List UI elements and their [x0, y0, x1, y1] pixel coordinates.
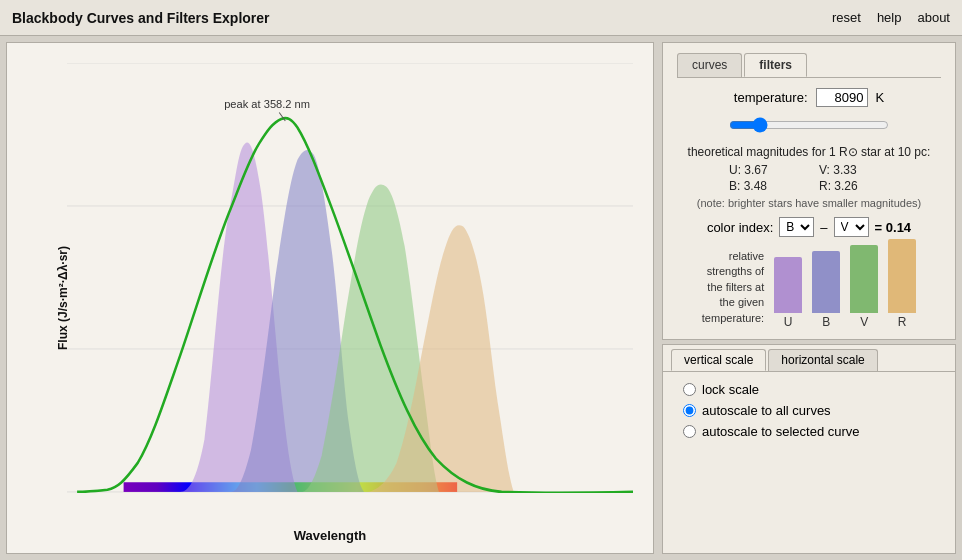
temperature-label: temperature: [734, 90, 808, 105]
scale-options: lock scale autoscale to all curves autos… [663, 372, 955, 449]
magnitudes-title: theoretical magnitudes for 1 R⊙ star at … [677, 145, 941, 159]
mag-U: U: 3.67 [729, 163, 799, 177]
bar-label-B: B [822, 315, 830, 329]
x-axis-label: Wavelength [294, 528, 366, 543]
scale-radio-lock[interactable] [683, 383, 696, 396]
magnitudes-grid: U: 3.67 V: 3.33 B: 3.48 R: 3.26 [729, 163, 889, 193]
scale-option-autoscale-selected[interactable]: autoscale to selected curve [683, 424, 935, 439]
scale-option-lock[interactable]: lock scale [683, 382, 935, 397]
tab-filters[interactable]: filters [744, 53, 807, 77]
scale-radio-autoscale-all[interactable] [683, 404, 696, 417]
mag-B: B: 3.48 [729, 179, 799, 193]
reset-link[interactable]: reset [832, 10, 861, 25]
minus-sign: – [820, 220, 827, 235]
mag-V: V: 3.33 [819, 163, 889, 177]
bars-row: UBVR [774, 249, 916, 329]
bar-V [850, 245, 878, 313]
bar-U [774, 257, 802, 313]
color-index-label: color index: [707, 220, 773, 235]
scale-option-autoscale-all-label: autoscale to all curves [702, 403, 831, 418]
color-index-value: = 0.14 [875, 220, 912, 235]
scale-tab-horizontal[interactable]: horizontal scale [768, 349, 877, 371]
right-panel: curves filters temperature: K theoretica… [662, 42, 956, 554]
chart-area: Flux (J/s·m²·Δλ·sr) 0 5.0 × 10¹³ 1.0 × 1… [6, 42, 654, 554]
bar-label-U: U [784, 315, 793, 329]
top-nav: reset help about [832, 10, 950, 25]
temperature-slider[interactable] [729, 117, 889, 133]
bar-chart-description: relativestrengths ofthe filters atthe gi… [702, 249, 764, 326]
bar-label-V: V [860, 315, 868, 329]
panel-top: curves filters temperature: K theoretica… [662, 42, 956, 340]
scale-tab-vertical[interactable]: vertical scale [671, 349, 766, 371]
bar-col-B: B [812, 251, 840, 329]
bar-chart-container: UBVR [774, 249, 916, 329]
chart-svg: 0 5.0 × 10¹³ 1.0 × 10¹⁴ 1.5 × 10¹⁴ [67, 63, 633, 493]
bar-B [812, 251, 840, 313]
chart-container: Flux (J/s·m²·Δλ·sr) 0 5.0 × 10¹³ 1.0 × 1… [7, 43, 653, 553]
bar-col-R: R [888, 239, 916, 329]
main-content: Flux (J/s·m²·Δλ·sr) 0 5.0 × 10¹³ 1.0 × 1… [0, 36, 962, 560]
temperature-unit: K [876, 90, 885, 105]
scale-option-autoscale-all[interactable]: autoscale to all curves [683, 403, 935, 418]
help-link[interactable]: help [877, 10, 902, 25]
color-index-filter2[interactable]: U B V R [834, 217, 869, 237]
scale-option-autoscale-selected-label: autoscale to selected curve [702, 424, 860, 439]
mag-R: R: 3.26 [819, 179, 889, 193]
tabs-row: curves filters [677, 53, 941, 78]
tab-curves[interactable]: curves [677, 53, 742, 77]
panel-bottom: vertical scale horizontal scale lock sca… [662, 344, 956, 554]
svg-text:peak at 358.2 nm: peak at 358.2 nm [224, 98, 310, 110]
scale-tabs-row: vertical scale horizontal scale [663, 345, 955, 372]
color-index-filter1[interactable]: U B V R [779, 217, 814, 237]
slider-row [677, 117, 941, 133]
mag-note: (note: brighter stars have smaller magni… [677, 197, 941, 209]
about-link[interactable]: about [917, 10, 950, 25]
bar-label-R: R [898, 315, 907, 329]
y-axis-label: Flux (J/s·m²·Δλ·sr) [56, 246, 70, 350]
bar-col-U: U [774, 257, 802, 329]
bar-chart-section: relativestrengths ofthe filters atthe gi… [677, 249, 941, 329]
color-index-row: color index: U B V R – U B V R = 0.14 [677, 217, 941, 237]
bar-col-V: V [850, 245, 878, 329]
app-title: Blackbody Curves and Filters Explorer [12, 10, 270, 26]
temperature-input[interactable] [816, 88, 868, 107]
scale-option-lock-label: lock scale [702, 382, 759, 397]
scale-radio-autoscale-selected[interactable] [683, 425, 696, 438]
bar-R [888, 239, 916, 313]
temperature-row: temperature: K [677, 88, 941, 107]
magnitudes-section: theoretical magnitudes for 1 R⊙ star at … [677, 145, 941, 209]
top-bar: Blackbody Curves and Filters Explorer re… [0, 0, 962, 36]
